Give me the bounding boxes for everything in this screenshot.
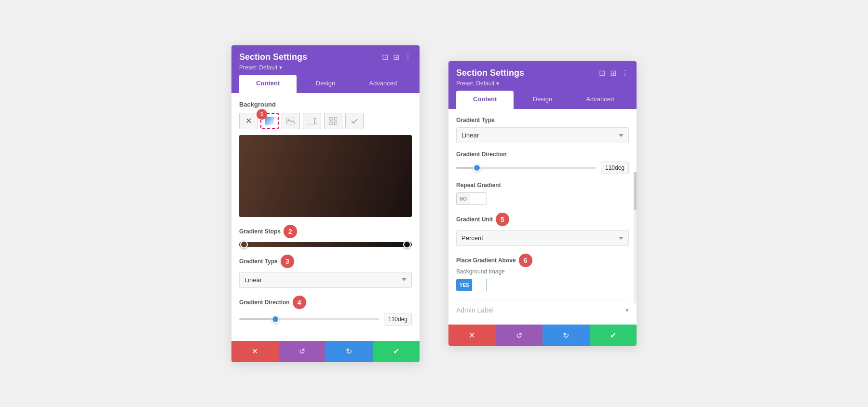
repeat-gradient-toggle: NO bbox=[456, 192, 629, 205]
save-button-right[interactable]: ✔ bbox=[590, 325, 637, 346]
chevron-down-icon: ▾ bbox=[625, 306, 629, 314]
slider-track-left[interactable] bbox=[239, 318, 379, 320]
place-gradient-yes-toggle[interactable]: YES bbox=[456, 279, 487, 291]
gradient-type-section-left: Gradient Type 3 Linear bbox=[239, 255, 412, 288]
preset-label[interactable]: Preset: Default ▾ bbox=[239, 64, 412, 71]
video-icon bbox=[308, 118, 316, 124]
tab-design-right[interactable]: Design bbox=[514, 91, 571, 109]
gradient-preview bbox=[239, 135, 412, 217]
badge-5: 5 bbox=[496, 213, 509, 226]
slider-track-right[interactable] bbox=[456, 167, 596, 169]
left-tab-bar: Content Design Advanced bbox=[239, 75, 412, 93]
gradient-stops-section: Gradient Stops 2 bbox=[239, 225, 412, 247]
svg-rect-6 bbox=[329, 122, 332, 125]
scrollbar-thumb[interactable] bbox=[634, 172, 637, 210]
gradient-unit-label: Gradient Unit 5 bbox=[456, 213, 629, 226]
bg-video-btn[interactable] bbox=[303, 113, 321, 129]
badge-1: 1 bbox=[257, 109, 267, 120]
gradient-direction-label-right: Gradient Direction bbox=[456, 151, 629, 158]
right-panel-title: Section Settings bbox=[456, 68, 524, 78]
slider-value-left[interactable]: 110deg bbox=[384, 313, 412, 326]
bg-check-btn[interactable] bbox=[345, 113, 364, 129]
gradient-unit-section: Gradient Unit 5 Percent bbox=[456, 213, 629, 246]
bg-gradient-btn[interactable]: 1 bbox=[260, 113, 279, 129]
place-gradient-toggle: YES bbox=[456, 279, 629, 291]
scrollbar-track[interactable] bbox=[634, 172, 637, 303]
tab-content-right[interactable]: Content bbox=[456, 91, 514, 109]
reset-button-right[interactable]: ↺ bbox=[496, 325, 543, 346]
gradient-direction-slider-right: 110deg bbox=[456, 162, 629, 174]
repeat-gradient-section: Repeat Gradient NO bbox=[456, 182, 629, 205]
right-panel-header: Section Settings ⊡ ⊞ ⋮ Preset: Default ▾… bbox=[448, 61, 637, 109]
bg-pattern-btn[interactable] bbox=[324, 113, 342, 129]
right-panel-body: Gradient Type Linear Gradient Direction … bbox=[448, 109, 637, 325]
preset-label-right[interactable]: Preset: Default ▾ bbox=[456, 80, 629, 87]
redo-button-right[interactable]: ↻ bbox=[542, 325, 590, 346]
left-panel-title: Section Settings bbox=[239, 52, 307, 62]
layout-icon-right[interactable]: ⊞ bbox=[610, 68, 616, 78]
gradient-stops-track[interactable] bbox=[239, 242, 412, 247]
place-gradient-section: Place Gradient Above 6 Background Image … bbox=[456, 254, 629, 291]
badge-4: 4 bbox=[293, 296, 306, 309]
slider-thumb-right[interactable] bbox=[473, 164, 481, 172]
pattern-icon bbox=[329, 117, 337, 125]
layout-icon[interactable]: ⊞ bbox=[393, 53, 399, 62]
toggle-no-label: NO bbox=[457, 193, 470, 204]
redo-button-left[interactable]: ↻ bbox=[326, 341, 373, 362]
reset-button-left[interactable]: ↺ bbox=[279, 341, 326, 362]
tab-advanced-right[interactable]: Advanced bbox=[571, 91, 629, 109]
bg-image-btn[interactable] bbox=[282, 113, 300, 129]
cancel-button-left[interactable]: ✕ bbox=[231, 341, 279, 362]
slider-thumb-left[interactable] bbox=[271, 315, 279, 323]
cancel-button-right[interactable]: ✕ bbox=[448, 325, 496, 346]
image-icon bbox=[286, 118, 295, 124]
check-icon bbox=[351, 118, 358, 124]
badge-6: 6 bbox=[519, 254, 532, 267]
gradient-direction-section-right: Gradient Direction 110deg bbox=[456, 151, 629, 174]
gradient-unit-select[interactable]: Percent bbox=[456, 230, 629, 246]
gradient-type-label-left: Gradient Type 3 bbox=[239, 255, 412, 268]
gradient-direction-slider-left: 110deg bbox=[239, 313, 412, 326]
gradient-type-select-left[interactable]: Linear bbox=[239, 272, 412, 288]
svg-rect-5 bbox=[334, 117, 337, 120]
gradient-type-select-right[interactable]: Linear bbox=[456, 127, 629, 143]
responsive-icon[interactable]: ⊡ bbox=[382, 53, 388, 62]
left-panel-footer: ✕ ↺ ↻ ✔ bbox=[231, 341, 420, 362]
right-panel-footer: ✕ ↺ ↻ ✔ bbox=[448, 325, 637, 346]
save-button-left[interactable]: ✔ bbox=[373, 341, 420, 362]
background-section: Background ✕ 1 bbox=[239, 101, 412, 217]
more-icon-right[interactable]: ⋮ bbox=[621, 68, 629, 78]
svg-rect-3 bbox=[308, 118, 314, 124]
toggle-off-part bbox=[470, 193, 487, 204]
left-panel-body: Background ✕ 1 bbox=[231, 93, 420, 341]
gradient-type-section-right: Gradient Type Linear bbox=[456, 117, 629, 143]
stop-thumb-right[interactable] bbox=[403, 241, 411, 248]
right-header-icons: ⊡ ⊞ ⋮ bbox=[599, 68, 629, 78]
admin-label-row[interactable]: Admin Label ▾ bbox=[456, 299, 629, 317]
right-header-top: Section Settings ⊡ ⊞ ⋮ bbox=[456, 68, 629, 78]
right-tab-bar: Content Design Advanced bbox=[456, 91, 629, 109]
stop-thumb-left[interactable] bbox=[240, 241, 248, 248]
admin-label-text: Admin Label bbox=[456, 306, 494, 314]
tab-content-left[interactable]: Content bbox=[239, 75, 297, 93]
more-icon[interactable]: ⋮ bbox=[404, 53, 412, 62]
tab-design-left[interactable]: Design bbox=[297, 75, 354, 93]
place-gradient-label2: Background Image bbox=[456, 268, 629, 275]
left-panel-header: Section Settings ⊡ ⊞ ⋮ Preset: Default ▾… bbox=[231, 45, 420, 93]
repeat-gradient-no-toggle[interactable]: NO bbox=[456, 192, 487, 205]
background-label: Background bbox=[239, 101, 412, 108]
tab-advanced-left[interactable]: Advanced bbox=[354, 75, 412, 93]
slider-fill-left bbox=[239, 318, 274, 320]
left-header-top: Section Settings ⊡ ⊞ ⋮ bbox=[239, 52, 412, 62]
gradient-direction-section-left: Gradient Direction 4 110deg bbox=[239, 296, 412, 326]
svg-rect-4 bbox=[329, 117, 332, 120]
slider-value-right[interactable]: 110deg bbox=[601, 162, 629, 174]
place-gradient-label: Place Gradient Above 6 bbox=[456, 254, 629, 267]
toggle-on-part bbox=[472, 279, 487, 291]
left-header-icons: ⊡ ⊞ ⋮ bbox=[382, 53, 412, 62]
bg-clear-btn[interactable]: ✕ bbox=[239, 113, 258, 129]
svg-rect-7 bbox=[334, 122, 337, 125]
bg-icons-row: ✕ 1 bbox=[239, 113, 412, 129]
right-panel: Section Settings ⊡ ⊞ ⋮ Preset: Default ▾… bbox=[448, 61, 637, 346]
responsive-icon-right[interactable]: ⊡ bbox=[599, 68, 605, 78]
